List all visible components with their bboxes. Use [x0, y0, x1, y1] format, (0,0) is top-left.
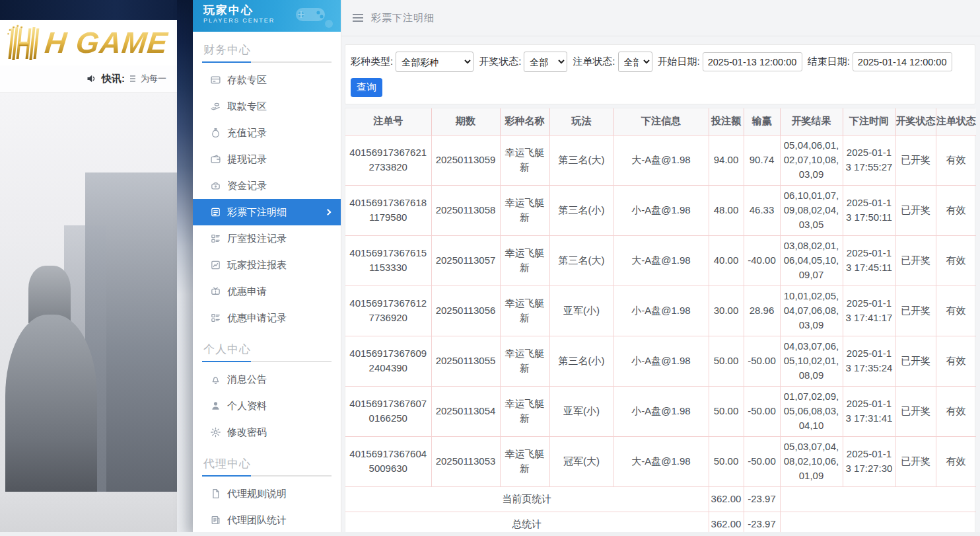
summary-label-cell: 当前页统计	[345, 486, 709, 512]
bell-icon	[210, 374, 221, 385]
play-cell: 亚军(小)	[549, 386, 613, 436]
amount-cell: 94.00	[709, 135, 744, 185]
ticket-icon	[210, 286, 221, 297]
news-ticker: 快讯: 为每一	[0, 65, 177, 93]
sidebar-item-change-password[interactable]: 修改密码	[193, 419, 341, 445]
end-date-input[interactable]	[853, 52, 952, 71]
page-title: 彩票下注明细	[371, 12, 435, 24]
win-loss-cell: 90.74	[744, 135, 780, 185]
grid-list-icon	[210, 313, 221, 324]
filter-panel: 彩种类型: 全部彩种 开奖状态: 全部 注单状态: 全部 开始日期: 结束日期:…	[345, 44, 975, 104]
sidebar-item-announcements[interactable]: 消息公告	[193, 366, 341, 393]
bet-time-cell: 2025-01-13 17:27:30	[843, 436, 895, 486]
summary-win-loss-cell: -23.97	[744, 486, 780, 512]
amount-cell: 50.00	[709, 386, 744, 436]
summary-empty-cell	[780, 486, 976, 512]
draw-status-cell: 已开奖	[895, 185, 936, 235]
gamepad-icon	[292, 3, 334, 30]
bet-info-cell: 大-A盘@1.98	[613, 135, 709, 185]
column-header: 玩法	[549, 108, 613, 135]
start-date-input[interactable]	[703, 52, 802, 71]
play-cell: 冠军(大)	[549, 436, 613, 486]
sidebar-item-agent-team-stats[interactable]: 代理团队统计	[193, 507, 341, 533]
sidebar-item-hall-bet-records[interactable]: 厅室投注记录	[193, 225, 341, 252]
sidebar-item-profile[interactable]: 个人资料	[193, 393, 341, 419]
bet-info-cell: 大-A盘@1.98	[613, 235, 709, 286]
play-cell: 第三名(小)	[549, 336, 613, 386]
team-stats-icon	[210, 515, 221, 526]
sidebar-item-label: 彩票下注明细	[227, 206, 287, 219]
hand-money-icon	[210, 101, 221, 112]
sidebar: 玩家中心 PLAYERS CENTER 财务中心存款专区取款专区充值记录提现记录…	[193, 0, 341, 536]
summary-amount-cell: 362.00	[709, 486, 744, 512]
file-icon	[210, 488, 221, 500]
period-cell: 20250113053	[431, 436, 500, 486]
lottery-cell: 幸运飞艇新	[500, 436, 549, 486]
sidebar-item-withdraw-zone[interactable]: 取款专区	[193, 93, 341, 120]
bet-time-cell: 2025-01-13 17:50:11	[843, 185, 895, 235]
horizontal-scrollbar[interactable]	[0, 532, 980, 536]
bet-info-cell: 小-A盘@1.98	[613, 336, 709, 386]
lottery-cell: 幸运飞艇新	[500, 336, 549, 386]
background-photo	[0, 93, 177, 536]
sidebar-item-lottery-bet-details[interactable]: 彩票下注明细	[193, 199, 341, 225]
draw-status-cell: 已开奖	[895, 436, 936, 486]
sidebar-section-title: 个人中心	[203, 342, 330, 357]
sidebar-item-withdrawal-records[interactable]: 提现记录	[193, 146, 341, 172]
play-cell: 亚军(小)	[549, 286, 613, 336]
sidebar-item-promo-apply[interactable]: 优惠申请	[193, 278, 341, 305]
table-row: 40156917367604500963020250113053幸运飞艇新冠军(…	[345, 436, 976, 486]
ticker-label: 快讯:	[102, 73, 125, 85]
lottery-cell: 幸运飞艇新	[500, 135, 549, 185]
bet-info-cell: 小-A盘@1.98	[613, 286, 709, 336]
bet-status-cell: 有效	[936, 336, 976, 386]
photo-bottom-fade	[0, 492, 177, 536]
bet-id-cell: 401569173676151153330	[345, 235, 431, 286]
bet-status-select[interactable]: 全部	[618, 52, 652, 72]
bet-details-table: 注单号期数彩种名称玩法下注信息投注额输赢开奖结果下注时间开奖状态注单状态4015…	[345, 108, 976, 536]
lottery-cell: 幸运飞艇新	[500, 286, 549, 336]
sidebar-item-recharge-records[interactable]: 充值记录	[193, 120, 341, 146]
bet-time-cell: 2025-01-13 17:41:17	[843, 286, 895, 336]
logo-band: H GAME	[0, 20, 177, 65]
sidebar-item-label: 存款专区	[227, 74, 267, 87]
sidebar-item-label: 代理规则说明	[227, 488, 287, 500]
result-cell: 05,04,06,01,02,07,10,08,03,09	[780, 135, 843, 185]
end-date-label: 结束日期:	[808, 56, 850, 68]
column-header: 输赢	[744, 108, 780, 135]
sidebar-item-fund-records[interactable]: 资金记录	[193, 172, 341, 199]
result-cell: 06,10,01,07,09,08,02,04,03,05	[780, 185, 843, 235]
sidebar-header: 玩家中心 PLAYERS CENTER	[193, 0, 341, 32]
result-cell: 01,07,02,09,05,06,08,03,04,10	[780, 386, 843, 436]
sidebar-item-agent-rules[interactable]: 代理规则说明	[193, 480, 341, 507]
draw-status-select[interactable]: 全部	[524, 52, 567, 72]
draw-status-cell: 已开奖	[895, 336, 936, 386]
draw-status-cell: 已开奖	[895, 135, 936, 185]
purse-icon	[210, 180, 221, 192]
bet-id-cell: 401569173676070166250	[345, 386, 431, 436]
list-marker-icon	[129, 75, 136, 83]
play-cell: 第三名(大)	[549, 135, 613, 185]
column-header: 注单状态	[936, 108, 976, 135]
lottery-type-select[interactable]: 全部彩种	[396, 52, 473, 72]
bet-id-cell: 401569173676181179580	[345, 185, 431, 235]
period-cell: 20250113059	[431, 135, 500, 185]
amount-cell: 30.00	[709, 286, 744, 336]
sidebar-item-deposit-zone[interactable]: 存款专区	[193, 67, 341, 93]
money-bag-icon	[210, 128, 221, 139]
query-button[interactable]: 查询	[351, 78, 382, 97]
person-icon	[210, 401, 221, 412]
card-icon	[210, 75, 221, 86]
hamburger-menu-icon[interactable]	[353, 14, 363, 22]
sidebar-item-player-bet-report[interactable]: 玩家投注报表	[193, 252, 341, 278]
gear-icon	[210, 427, 221, 438]
brand-logo-text: H GAME	[43, 26, 169, 60]
bet-time-cell: 2025-01-13 17:55:27	[843, 135, 895, 185]
bet-info-cell: 小-A盘@1.98	[613, 386, 709, 436]
sidebar-section-title: 代理中心	[203, 456, 330, 471]
period-cell: 20250113058	[431, 185, 500, 235]
win-loss-cell: -50.00	[744, 386, 780, 436]
play-cell: 第三名(小)	[549, 185, 613, 235]
section-underline	[202, 475, 332, 477]
sidebar-item-promo-apply-records[interactable]: 优惠申请记录	[193, 305, 341, 331]
